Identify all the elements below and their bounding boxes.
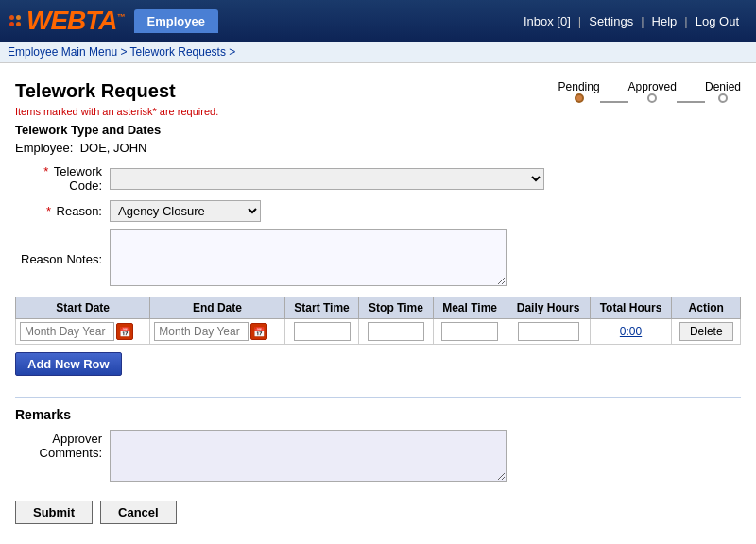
telework-label: * TeleworkCode:: [15, 164, 110, 193]
daily-hours-input[interactable]: [518, 322, 579, 341]
total-hours-cell: 0:00: [590, 319, 672, 345]
divider: [15, 397, 741, 398]
logo-dot-1: [9, 15, 14, 20]
telework-code-row: * TeleworkCode: Option 1 Option 2: [15, 164, 741, 193]
breadcrumb-telework[interactable]: Telework Requests: [130, 45, 226, 59]
end-date-cell: 📅: [150, 319, 284, 345]
reason-notes-field: [110, 230, 741, 289]
reason-notes-label: Reason Notes:: [15, 252, 110, 266]
table-row: 📅 📅: [16, 319, 741, 345]
required-star-reason: *: [46, 204, 51, 218]
status-approved: Approved: [628, 80, 677, 103]
approver-label: ApproverComments:: [15, 430, 110, 460]
logo-dot-2: [16, 15, 21, 20]
status-pending-label: Pending: [558, 80, 600, 94]
reason-label: * Reason:: [15, 204, 110, 218]
status-approved-circle: [647, 94, 657, 103]
dates-table: Start Date End Date Start Time Stop Time…: [15, 297, 741, 345]
status-denied-circle: [718, 94, 728, 103]
header: WEBTA™ Employee Inbox [0] | Settings | H…: [0, 0, 756, 42]
start-date-wrap: 📅: [20, 322, 146, 341]
start-time-cell: [284, 319, 359, 345]
breadcrumb-home[interactable]: Employee Main Menu: [8, 45, 117, 59]
delete-button[interactable]: Delete: [679, 322, 733, 341]
daily-hours-cell: [507, 319, 590, 345]
total-hours-link[interactable]: 0:00: [620, 325, 642, 338]
status-denied: Denied: [705, 80, 741, 103]
logo-ta: TA: [85, 6, 116, 35]
employee-name: Employee: DOE, JOHN: [15, 141, 741, 155]
main-content: Telework Request Items marked with an as…: [0, 63, 756, 534]
bottom-buttons: Submit Cancel: [15, 501, 741, 524]
logo-tm: ™: [117, 12, 125, 22]
breadcrumb-sep-2: >: [229, 45, 235, 59]
col-start-time: Start Time: [284, 298, 359, 319]
logo-dot-4: [16, 22, 21, 26]
nav-right: Inbox [0] | Settings | Help | Log Out: [516, 14, 747, 28]
help-link[interactable]: Help: [644, 14, 685, 28]
employee-value: DOE, JOHN: [80, 141, 147, 155]
status-connector-2: [677, 101, 705, 103]
start-date-input[interactable]: [20, 322, 114, 341]
stop-time-input[interactable]: [368, 322, 424, 341]
reason-row: * Reason: Agency Closure Weather Other: [15, 200, 741, 222]
employee-tab[interactable]: Employee: [134, 9, 218, 33]
breadcrumb-sep-1: >: [120, 45, 129, 59]
status-denied-label: Denied: [705, 80, 741, 94]
col-end-date: End Date: [150, 298, 284, 319]
table-header-row: Start Date End Date Start Time Stop Time…: [16, 298, 741, 319]
logo-dots: [9, 15, 21, 26]
telework-field: Option 1 Option 2: [110, 168, 741, 190]
col-action: Action: [672, 298, 741, 319]
logo-dot-3: [9, 22, 14, 26]
employee-label: Employee:: [15, 141, 73, 155]
settings-link[interactable]: Settings: [581, 14, 641, 28]
reason-select[interactable]: Agency Closure Weather Other: [110, 200, 261, 222]
reason-notes-input[interactable]: [110, 230, 507, 286]
remarks-title: Remarks: [15, 407, 741, 422]
logo-text: WEBTA™: [26, 6, 125, 36]
status-indicator: Pending Approved Denied: [558, 73, 741, 103]
status-pending: Pending: [558, 80, 600, 103]
stop-time-cell: [359, 319, 433, 345]
end-date-input[interactable]: [154, 322, 249, 341]
col-start-date: Start Date: [16, 298, 150, 319]
page-title: Telework Request: [15, 73, 218, 102]
status-pending-circle: [575, 94, 584, 103]
breadcrumb: Employee Main Menu > Telework Requests >: [0, 42, 756, 63]
required-star-telework: *: [43, 164, 48, 178]
inbox-link[interactable]: Inbox [0]: [516, 14, 578, 28]
logo-area: WEBTA™: [9, 6, 125, 36]
reason-field: Agency Closure Weather Other: [110, 200, 741, 222]
submit-button[interactable]: Submit: [15, 501, 93, 524]
start-date-cell: 📅: [16, 319, 150, 345]
end-date-wrap: 📅: [154, 322, 280, 341]
section-title: Telework Type and Dates: [15, 123, 741, 137]
remarks-row: ApproverComments:: [15, 430, 741, 482]
col-daily-hours: Daily Hours: [507, 298, 590, 319]
telework-select[interactable]: Option 1 Option 2: [110, 168, 544, 190]
cancel-button[interactable]: Cancel: [100, 501, 177, 524]
approver-comments-input[interactable]: [110, 430, 507, 482]
start-date-calendar-icon[interactable]: 📅: [116, 323, 133, 340]
add-row-button[interactable]: Add New Row: [15, 352, 122, 376]
logo-web: WEB: [26, 6, 85, 35]
start-time-input[interactable]: [294, 322, 351, 341]
meal-time-input[interactable]: [441, 322, 498, 341]
reason-notes-row: Reason Notes:: [15, 230, 741, 289]
required-note: Items marked with an asterisk* are requi…: [15, 106, 218, 117]
logout-link[interactable]: Log Out: [688, 14, 747, 28]
status-connector-1: [600, 101, 628, 103]
col-meal-time: Meal Time: [433, 298, 507, 319]
col-stop-time: Stop Time: [359, 298, 433, 319]
status-approved-label: Approved: [628, 80, 677, 94]
action-cell: Delete: [672, 319, 741, 345]
end-date-calendar-icon[interactable]: 📅: [250, 323, 267, 340]
col-total-hours: Total Hours: [590, 298, 672, 319]
meal-time-cell: [433, 319, 507, 345]
